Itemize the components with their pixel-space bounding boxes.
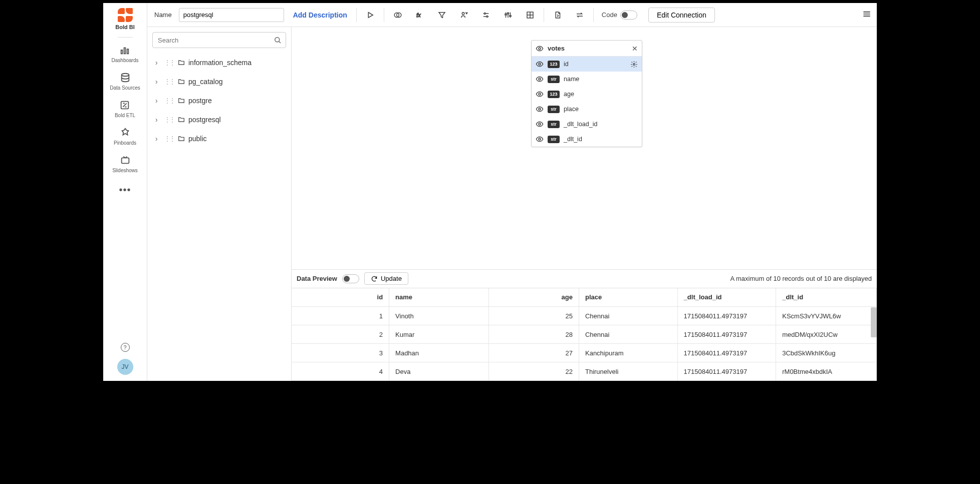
column-header[interactable]: place <box>579 288 677 307</box>
rail-more[interactable]: ••• <box>119 184 131 196</box>
close-icon[interactable]: ✕ <box>632 45 638 53</box>
tree-item-label: postgre <box>188 97 212 105</box>
refresh-icon <box>371 275 378 282</box>
field-row[interactable]: str _dlt_load_id <box>532 117 642 132</box>
run-button[interactable] <box>362 7 379 24</box>
table-row[interactable]: 3Madhan27Kanchipuram1715084011.49731973C… <box>292 344 877 362</box>
datasource-name-input[interactable] <box>179 8 284 22</box>
column-header[interactable]: _dlt_load_id <box>677 288 776 307</box>
table-cell: Madhan <box>389 344 489 362</box>
grid-scrollbar[interactable] <box>871 307 877 337</box>
tv-icon <box>120 155 131 166</box>
field-row[interactable]: 123 age <box>532 87 642 102</box>
table-cell: 3CbdSkWkhIK6ug <box>776 344 877 362</box>
column-header[interactable]: age <box>488 288 579 307</box>
chevron-right-icon: › <box>155 59 161 67</box>
eye-icon[interactable] <box>536 105 544 113</box>
table-cell: Kumar <box>389 325 489 344</box>
tune-icon <box>504 11 513 20</box>
chevron-right-icon: › <box>155 116 161 124</box>
drag-handle-icon[interactable]: ⋮⋮ <box>164 80 174 84</box>
column-header[interactable]: id <box>292 288 389 307</box>
table-cell: 4 <box>292 362 389 381</box>
code-toggle[interactable] <box>620 11 637 20</box>
left-rail: Bold BI Dashboards Data Sources Bold ETL… <box>103 3 147 381</box>
topbar: Name Add Description fx Code Edit Connec… <box>147 3 877 27</box>
drag-handle-icon[interactable]: ⋮⋮ <box>164 61 174 65</box>
code-label: Code <box>602 11 617 19</box>
schema-tree-panel: › ⋮⋮ information_schema › ⋮⋮ pg_catalog … <box>147 27 292 381</box>
tree-item[interactable]: › ⋮⋮ postgre <box>152 91 286 110</box>
svg-point-10 <box>484 13 485 14</box>
schema-search-input[interactable] <box>152 32 286 48</box>
table-row[interactable]: 2Kumar28Chennai1715084011.4973197medDM/q… <box>292 325 877 344</box>
join-button[interactable] <box>389 7 406 24</box>
grid-icon <box>526 11 535 20</box>
export-button[interactable] <box>549 7 566 24</box>
venn-icon <box>393 11 402 20</box>
eye-icon[interactable] <box>536 60 544 68</box>
column-header[interactable]: _dlt_id <box>776 288 877 307</box>
tree-item[interactable]: › ⋮⋮ postgresql <box>152 110 286 129</box>
brand-name: Bold BI <box>115 24 135 30</box>
eye-icon[interactable] <box>536 135 544 143</box>
filter-button[interactable] <box>433 7 450 24</box>
preview-toggle[interactable] <box>342 274 359 283</box>
field-row[interactable]: str _dlt_id <box>532 132 642 147</box>
drag-handle-icon[interactable]: ⋮⋮ <box>164 118 174 122</box>
folder-icon <box>177 135 185 143</box>
eye-icon[interactable] <box>536 90 544 98</box>
edit-connection-button[interactable]: Edit Connection <box>648 8 715 23</box>
user-avatar[interactable]: JV <box>117 359 133 375</box>
table-cell: Deva <box>389 362 489 381</box>
rail-bold-etl[interactable]: Bold ETL <box>115 100 135 118</box>
table-cell: rM0Btme4xbdkIA <box>776 362 877 381</box>
drag-handle-icon[interactable]: ⋮⋮ <box>164 137 174 141</box>
etl-icon <box>119 100 130 111</box>
tree-item-label: pg_catalog <box>188 78 223 86</box>
play-icon <box>366 11 375 20</box>
table-row[interactable]: 1Vinoth25Chennai1715084011.4973197KScmS3… <box>292 307 877 325</box>
hamburger-icon <box>862 9 872 19</box>
field-row[interactable]: 123 id <box>532 57 642 72</box>
eye-icon[interactable] <box>536 120 544 128</box>
eye-icon <box>536 45 544 53</box>
settings-button[interactable] <box>477 7 495 24</box>
svg-rect-1 <box>124 48 126 54</box>
page-arrow-icon <box>553 11 562 20</box>
svg-point-22 <box>539 108 541 110</box>
field-row[interactable]: str place <box>532 102 642 117</box>
field-name: id <box>564 61 569 68</box>
field-row[interactable]: str name <box>532 72 642 87</box>
svg-point-17 <box>539 48 541 50</box>
drag-handle-icon[interactable]: ⋮⋮ <box>164 99 174 103</box>
parameters-button[interactable] <box>500 7 517 24</box>
table-row[interactable]: 4Deva22Thirunelveli1715084011.4973197rM0… <box>292 362 877 381</box>
update-button[interactable]: Update <box>364 272 408 285</box>
table-card-votes[interactable]: votes ✕ 123 id str name 123 age str plac… <box>531 40 642 147</box>
table-card-title: votes <box>548 45 565 52</box>
design-canvas[interactable]: votes ✕ 123 id str name 123 age str plac… <box>292 27 877 269</box>
tree-item[interactable]: › ⋮⋮ pg_catalog <box>152 72 286 91</box>
rail-data-sources[interactable]: Data Sources <box>110 72 140 91</box>
help-icon[interactable]: ? <box>121 343 130 352</box>
tree-item[interactable]: › ⋮⋮ public <box>152 129 286 148</box>
gear-icon[interactable] <box>630 61 638 68</box>
tree-item-label: public <box>188 135 207 143</box>
svg-rect-2 <box>127 49 129 54</box>
pivot-button[interactable] <box>522 7 539 24</box>
tree-item[interactable]: › ⋮⋮ information_schema <box>152 53 286 72</box>
rail-slideshows[interactable]: Slideshows <box>112 155 138 173</box>
swap-button[interactable] <box>571 7 588 24</box>
eye-icon[interactable] <box>536 75 544 83</box>
rail-dashboards[interactable]: Dashboards <box>112 45 139 63</box>
funnel-icon <box>437 11 446 20</box>
column-header[interactable]: name <box>389 288 489 307</box>
add-description-link[interactable]: Add Description <box>293 11 347 19</box>
expression-button[interactable]: fx <box>411 7 428 24</box>
user-filter-button[interactable] <box>455 7 472 24</box>
menu-button[interactable] <box>862 9 872 21</box>
svg-point-9 <box>462 12 464 15</box>
rail-pinboards[interactable]: Pinboards <box>114 127 136 146</box>
chevron-right-icon: › <box>155 78 161 86</box>
